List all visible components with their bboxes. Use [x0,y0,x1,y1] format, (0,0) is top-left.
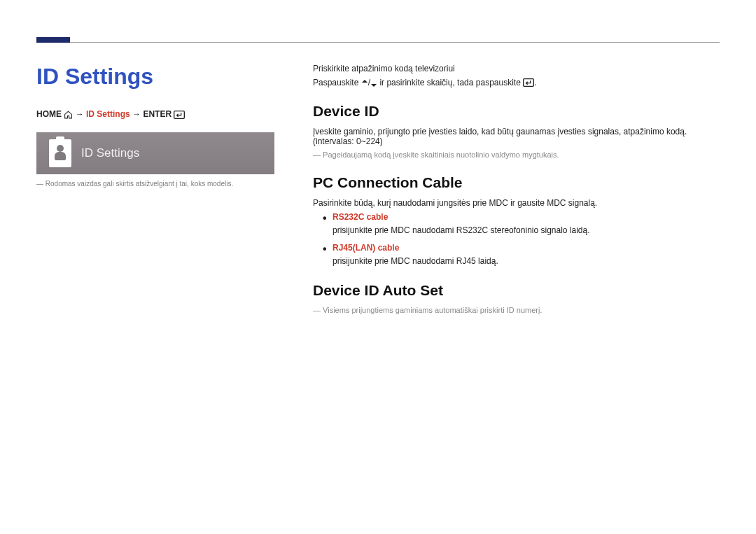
bullet-title: RJ45(LAN) cable [332,243,720,253]
bullet-title: RS232C cable [332,212,720,222]
bullet-desc: prisijunkite prie MDC naudodami RJ45 lai… [332,256,498,266]
breadcrumb-enter: ENTER [143,109,172,119]
breadcrumb-arrow: → [76,109,84,119]
intro-line-2: Paspauskite / ir pasirinkite skaičių, ta… [313,78,720,87]
screenshot-label: ID Settings [81,146,139,160]
enter-icon [174,110,185,120]
heading-auto-set: Device ID Auto Set [313,282,720,299]
list-item: RJ45(LAN) cable prisijunkite prie MDC na… [323,243,720,267]
heading-device-id: Device ID [313,103,720,120]
ui-screenshot-preview: ID Settings [36,132,274,174]
heading-pc-connection: PC Connection Cable [313,174,720,191]
pc-conn-list: RS232C cable prisijunkite prie MDC naudo… [323,212,720,267]
content-columns: ID Settings HOME → ID Settings → ENTER [36,64,720,317]
up-down-icon: / [361,78,377,87]
list-item: RS232C cable prisijunkite prie MDC naudo… [323,212,720,236]
breadcrumb-home: HOME [36,109,62,119]
id-card-icon [49,139,71,167]
pc-conn-body: Pasirinkite būdą, kurį naudodami jungsit… [313,198,720,208]
intro-line-2b: ir pasirinkite skaičių, tada paspauskite [377,78,523,87]
home-icon [64,110,73,120]
page-title: ID Settings [36,64,278,90]
breadcrumb-current: ID Settings [86,109,130,119]
enter-icon [523,78,534,87]
intro-line-2a: Paspauskite [313,78,361,87]
intro-line-1: Priskirkite atpažinimo kodą televizoriui [313,64,720,73]
auto-set-note: Visiems prijungtiems gaminiams automatiš… [313,306,720,314]
bullet-desc: prisijunkite prie MDC naudodami RS232C s… [332,225,590,235]
left-column: ID Settings HOME → ID Settings → ENTER [36,64,278,317]
device-id-note: Pageidaujamą kodą įveskite skaitiniais n… [313,150,720,159]
device-id-body: Įveskite gaminio, prijungto prie įvestie… [313,127,720,146]
breadcrumb: HOME → ID Settings → ENTER [36,109,278,120]
right-column: Priskirkite atpažinimo kodą televizoriui… [313,64,720,317]
left-footnote: Rodomas vaizdas gali skirtis atsižvelgia… [36,180,278,188]
top-rule-divider [36,42,720,43]
breadcrumb-arrow: → [132,109,141,119]
